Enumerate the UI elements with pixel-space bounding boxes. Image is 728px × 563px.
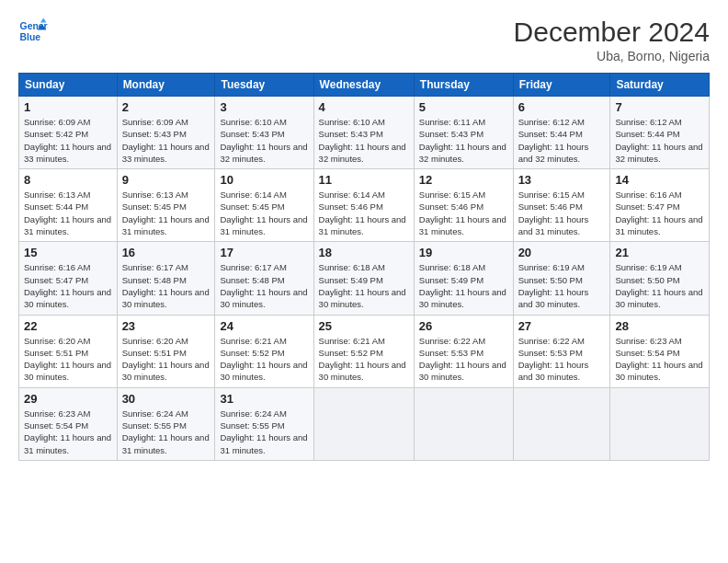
- day-info: Sunrise: 6:15 AM Sunset: 5:46 PM Dayligh…: [419, 189, 508, 237]
- day-number: 29: [24, 392, 112, 406]
- calendar-header-row: SundayMondayTuesdayWednesdayThursdayFrid…: [19, 74, 710, 97]
- day-number: 24: [220, 319, 308, 333]
- day-info: Sunrise: 6:09 AM Sunset: 5:42 PM Dayligh…: [24, 116, 112, 165]
- calendar-cell: 7 Sunrise: 6:12 AM Sunset: 5:44 PM Dayli…: [610, 97, 710, 169]
- calendar-cell: 1 Sunrise: 6:09 AM Sunset: 5:42 PM Dayli…: [19, 97, 118, 169]
- day-info: Sunrise: 6:17 AM Sunset: 5:48 PM Dayligh…: [220, 261, 308, 310]
- page: General Blue December 2024 Uba, Borno, N…: [0, 0, 728, 563]
- calendar-cell: 21 Sunrise: 6:19 AM Sunset: 5:50 PM Dayl…: [610, 242, 710, 315]
- day-header-saturday: Saturday: [610, 74, 710, 97]
- calendar-cell: 22 Sunrise: 6:20 AM Sunset: 5:51 PM Dayl…: [19, 315, 118, 387]
- day-number: 20: [518, 246, 606, 259]
- day-number: 22: [24, 319, 112, 333]
- day-number: 11: [319, 173, 409, 187]
- subtitle: Uba, Borno, Nigeria: [514, 49, 710, 63]
- calendar-cell: 13 Sunrise: 6:15 AM Sunset: 5:46 PM Dayl…: [513, 169, 610, 242]
- calendar-cell: 18 Sunrise: 6:18 AM Sunset: 5:49 PM Dayl…: [313, 242, 414, 315]
- day-number: 25: [319, 319, 409, 333]
- day-info: Sunrise: 6:19 AM Sunset: 5:50 PM Dayligh…: [518, 261, 606, 310]
- calendar-cell: 6 Sunrise: 6:12 AM Sunset: 5:44 PM Dayli…: [513, 97, 610, 169]
- day-info: Sunrise: 6:18 AM Sunset: 5:49 PM Dayligh…: [319, 261, 409, 310]
- day-number: 2: [122, 100, 210, 114]
- day-number: 14: [615, 173, 704, 187]
- day-number: 4: [319, 100, 409, 114]
- calendar-cell: 8 Sunrise: 6:13 AM Sunset: 5:44 PM Dayli…: [19, 169, 118, 242]
- day-info: Sunrise: 6:23 AM Sunset: 5:54 PM Dayligh…: [24, 408, 112, 456]
- day-info: Sunrise: 6:11 AM Sunset: 5:43 PM Dayligh…: [419, 116, 508, 165]
- calendar-cell: 4 Sunrise: 6:10 AM Sunset: 5:43 PM Dayli…: [313, 97, 414, 169]
- calendar-cell: 2 Sunrise: 6:09 AM Sunset: 5:43 PM Dayli…: [117, 97, 215, 169]
- day-info: Sunrise: 6:22 AM Sunset: 5:53 PM Dayligh…: [518, 335, 606, 384]
- day-info: Sunrise: 6:21 AM Sunset: 5:52 PM Dayligh…: [220, 335, 308, 384]
- calendar-cell: 14 Sunrise: 6:16 AM Sunset: 5:47 PM Dayl…: [610, 169, 710, 242]
- svg-marker-2: [40, 18, 46, 23]
- calendar-cell: 24 Sunrise: 6:21 AM Sunset: 5:52 PM Dayl…: [215, 315, 313, 387]
- day-number: 30: [122, 392, 210, 406]
- day-number: 9: [122, 173, 210, 187]
- calendar-cell: 31 Sunrise: 6:24 AM Sunset: 5:55 PM Dayl…: [215, 387, 313, 460]
- day-number: 18: [319, 246, 409, 259]
- calendar-week-5: 29 Sunrise: 6:23 AM Sunset: 5:54 PM Dayl…: [19, 387, 710, 460]
- calendar-cell: [610, 387, 710, 460]
- day-number: 28: [615, 319, 704, 333]
- svg-text:Blue: Blue: [20, 32, 41, 42]
- day-header-wednesday: Wednesday: [313, 74, 414, 97]
- day-info: Sunrise: 6:20 AM Sunset: 5:51 PM Dayligh…: [122, 335, 210, 384]
- day-number: 5: [419, 100, 508, 114]
- header: General Blue December 2024 Uba, Borno, N…: [18, 17, 710, 63]
- day-info: Sunrise: 6:17 AM Sunset: 5:48 PM Dayligh…: [122, 261, 210, 310]
- day-info: Sunrise: 6:24 AM Sunset: 5:55 PM Dayligh…: [220, 408, 308, 456]
- calendar-cell: 3 Sunrise: 6:10 AM Sunset: 5:43 PM Dayli…: [215, 97, 313, 169]
- day-info: Sunrise: 6:22 AM Sunset: 5:53 PM Dayligh…: [419, 335, 508, 384]
- day-header-friday: Friday: [513, 74, 610, 97]
- day-number: 26: [419, 319, 508, 333]
- day-info: Sunrise: 6:10 AM Sunset: 5:43 PM Dayligh…: [319, 116, 409, 165]
- calendar-week-1: 1 Sunrise: 6:09 AM Sunset: 5:42 PM Dayli…: [19, 97, 710, 169]
- day-number: 3: [220, 100, 308, 114]
- day-number: 16: [122, 246, 210, 259]
- calendar-cell: [414, 387, 513, 460]
- day-info: Sunrise: 6:21 AM Sunset: 5:52 PM Dayligh…: [319, 335, 409, 384]
- calendar-cell: 30 Sunrise: 6:24 AM Sunset: 5:55 PM Dayl…: [117, 387, 215, 460]
- day-info: Sunrise: 6:20 AM Sunset: 5:51 PM Dayligh…: [24, 335, 112, 384]
- day-number: 21: [615, 246, 704, 259]
- day-info: Sunrise: 6:23 AM Sunset: 5:54 PM Dayligh…: [615, 335, 704, 384]
- day-info: Sunrise: 6:16 AM Sunset: 5:47 PM Dayligh…: [24, 261, 112, 310]
- calendar-cell: 10 Sunrise: 6:14 AM Sunset: 5:45 PM Dayl…: [215, 169, 313, 242]
- calendar-week-2: 8 Sunrise: 6:13 AM Sunset: 5:44 PM Dayli…: [19, 169, 710, 242]
- day-info: Sunrise: 6:14 AM Sunset: 5:46 PM Dayligh…: [319, 189, 409, 237]
- calendar-cell: 16 Sunrise: 6:17 AM Sunset: 5:48 PM Dayl…: [117, 242, 215, 315]
- calendar-cell: 23 Sunrise: 6:20 AM Sunset: 5:51 PM Dayl…: [117, 315, 215, 387]
- day-info: Sunrise: 6:13 AM Sunset: 5:45 PM Dayligh…: [122, 189, 210, 237]
- calendar-cell: 29 Sunrise: 6:23 AM Sunset: 5:54 PM Dayl…: [19, 387, 118, 460]
- calendar-cell: 28 Sunrise: 6:23 AM Sunset: 5:54 PM Dayl…: [610, 315, 710, 387]
- day-header-thursday: Thursday: [414, 74, 513, 97]
- logo: General Blue: [18, 17, 48, 46]
- day-info: Sunrise: 6:24 AM Sunset: 5:55 PM Dayligh…: [122, 408, 210, 456]
- day-info: Sunrise: 6:16 AM Sunset: 5:47 PM Dayligh…: [615, 189, 704, 237]
- calendar-cell: 19 Sunrise: 6:18 AM Sunset: 5:49 PM Dayl…: [414, 242, 513, 315]
- day-number: 1: [24, 100, 112, 114]
- day-number: 15: [24, 246, 112, 259]
- day-number: 6: [518, 100, 606, 114]
- day-number: 19: [419, 246, 508, 259]
- day-number: 13: [518, 173, 606, 187]
- day-info: Sunrise: 6:19 AM Sunset: 5:50 PM Dayligh…: [615, 261, 704, 310]
- day-info: Sunrise: 6:10 AM Sunset: 5:43 PM Dayligh…: [220, 116, 308, 165]
- day-info: Sunrise: 6:14 AM Sunset: 5:45 PM Dayligh…: [220, 189, 308, 237]
- day-info: Sunrise: 6:12 AM Sunset: 5:44 PM Dayligh…: [615, 116, 704, 165]
- day-number: 17: [220, 246, 308, 259]
- day-header-sunday: Sunday: [19, 74, 118, 97]
- day-number: 31: [220, 392, 308, 406]
- day-info: Sunrise: 6:12 AM Sunset: 5:44 PM Dayligh…: [518, 116, 606, 165]
- day-number: 12: [419, 173, 508, 187]
- day-number: 27: [518, 319, 606, 333]
- day-info: Sunrise: 6:09 AM Sunset: 5:43 PM Dayligh…: [122, 116, 210, 165]
- calendar-cell: 20 Sunrise: 6:19 AM Sunset: 5:50 PM Dayl…: [513, 242, 610, 315]
- calendar-cell: 5 Sunrise: 6:11 AM Sunset: 5:43 PM Dayli…: [414, 97, 513, 169]
- calendar-cell: [513, 387, 610, 460]
- calendar-cell: 26 Sunrise: 6:22 AM Sunset: 5:53 PM Dayl…: [414, 315, 513, 387]
- calendar-cell: 17 Sunrise: 6:17 AM Sunset: 5:48 PM Dayl…: [215, 242, 313, 315]
- day-number: 23: [122, 319, 210, 333]
- day-header-monday: Monday: [117, 74, 215, 97]
